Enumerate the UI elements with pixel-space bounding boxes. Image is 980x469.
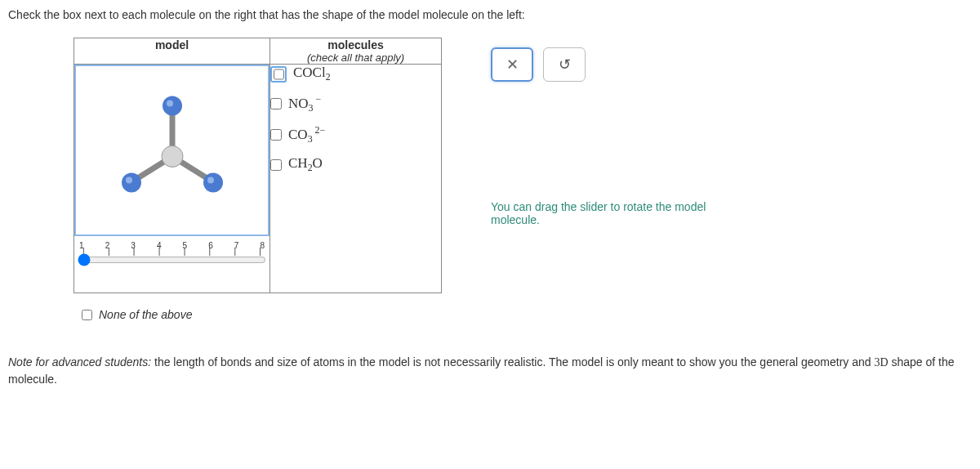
molecule-row: CO3 2− [270,124,441,145]
none-of-above-row: None of the above [82,308,972,321]
reset-button[interactable]: ↺ [543,47,586,82]
rotation-slider-wrap: 1 2 3 4 5 6 7 8 |||||||| [74,241,270,269]
molecules-cell: COCl2NO3 −CO3 2−CH2O [270,65,442,293]
none-of-above-label: None of the above [99,308,192,321]
molecules-header-sub: (check all that apply) [270,51,441,64]
molecule-checkbox[interactable] [270,98,282,109]
note-body: the length of bonds and size of atoms in… [151,355,874,368]
model-viewer[interactable] [74,65,270,236]
hint-text: You can drag the slider to rotate the mo… [491,200,752,226]
molecules-header: molecules (check all that apply) [270,38,442,65]
advanced-note: Note for advanced students: the length o… [8,354,972,388]
svg-point-7 [126,177,132,184]
question-text: Check the box next to each molecule on t… [8,8,972,21]
svg-point-9 [207,177,214,184]
molecule-checkbox[interactable] [274,69,284,80]
model-header: model [74,38,270,65]
molecule-formula: CO3 2− [288,124,325,145]
action-buttons: ✕ ↺ [491,47,752,82]
checkbox-highlight [270,66,287,83]
svg-point-3 [162,146,183,168]
molecule-formula: NO3 − [288,93,321,114]
close-button[interactable]: ✕ [491,47,533,82]
molecule-formula: CH2O [288,155,323,174]
question-table: model molecules (check all that apply) [74,38,442,293]
svg-point-6 [122,173,141,193]
note-3d: 3D [874,356,888,368]
molecule-row: CH2O [270,155,441,174]
none-of-above-checkbox[interactable] [82,310,92,320]
note-label: Note for advanced students: [8,355,151,368]
slider-tick-labels: 1 2 3 4 5 6 7 8 [78,241,266,250]
molecule-checkbox[interactable] [270,159,282,171]
svg-point-4 [163,96,182,116]
molecule-row: COCl2 [270,65,441,83]
molecule-checkbox[interactable] [270,129,282,141]
close-icon: ✕ [506,56,519,74]
molecule-row: NO3 − [270,93,441,114]
reset-icon: ↺ [559,56,571,74]
svg-point-5 [167,100,173,107]
rotation-slider[interactable] [78,253,266,266]
molecule-3d-icon [107,83,238,206]
svg-point-8 [203,173,223,193]
molecule-formula: COCl2 [293,65,331,83]
molecules-header-title: molecules [270,38,441,51]
model-cell: 1 2 3 4 5 6 7 8 |||||||| [74,65,270,293]
